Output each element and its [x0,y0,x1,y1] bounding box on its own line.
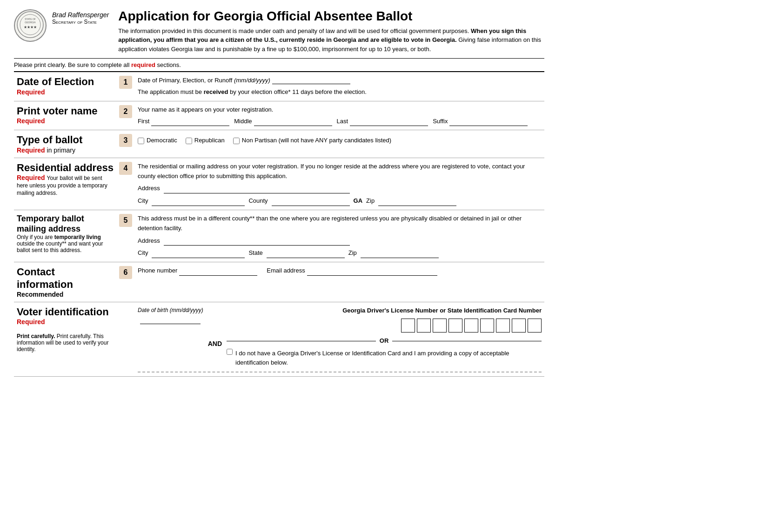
nonpartisan-option[interactable]: Non Partisan (will not have ANY party ca… [233,136,391,146]
nonpartisan-checkbox[interactable] [233,138,240,144]
no-license-text: I do not have a Georgia Driver's License… [235,349,542,368]
voter-id-fields: Date of birth (mm/dd/yyyy) AND Georgia D… [138,306,542,368]
last-name-input[interactable] [350,119,428,126]
section-6-badge: 6 [119,266,132,279]
zip-label-5: Zip [348,248,357,258]
section-1-title: Date of Election [17,76,114,88]
license-title: Georgia Driver's License Number or State… [227,306,542,316]
section-3-title: Type of ballot [17,134,114,146]
license-box-3[interactable] [433,319,447,332]
election-date-input[interactable] [272,77,350,84]
section-4-title: Residential address [17,162,114,174]
section-7-note: Print carefully. Print carefully. This i… [17,333,114,352]
section-4-required: Required [17,174,45,181]
dob-input[interactable] [140,317,201,324]
received-prefix: The application must be [138,88,202,95]
temp-zip-input[interactable] [361,251,439,258]
license-box-1[interactable] [401,319,415,332]
section-5-note: Only if you are temporarily living outsi… [17,234,114,253]
section-1-required: Required [17,88,114,96]
license-box-8[interactable] [512,319,526,332]
section-2-badge: 2 [119,105,132,118]
section-5-note4: sent to this address. [32,247,81,253]
dashed-bottom-border [138,372,542,372]
or-line-left [227,341,376,341]
or-line-right [392,341,542,341]
svg-text:GEORGIA: GEORGIA [25,21,36,24]
first-name-input[interactable] [151,119,229,126]
license-box-7[interactable] [496,319,510,332]
temp-address-input[interactable] [164,238,350,246]
email-input[interactable] [307,268,437,276]
section-4-required-block: Required Your ballot will be sent here u… [17,174,114,196]
section-7-content: Date of birth (mm/dd/yyyy) AND Georgia D… [135,302,544,377]
first-label: First [138,117,149,126]
section-3-label: Type of ballot Required in primary [14,130,116,158]
page-header: STATE OF GEORGIA ★★★★ Brad Raffensperger… [14,9,544,53]
section-3-required: Required [17,146,45,154]
temp-state-input[interactable] [267,251,345,258]
secretary-title: Secretary of State [52,19,109,25]
svg-text:★★★★: ★★★★ [24,25,37,29]
residential-address-input[interactable] [164,186,350,193]
section-1-badge: 1 [119,76,132,89]
contact-fields: Phone number Email address [138,266,542,276]
section-1-row: Date of Election Required 1 Date of Prim… [14,72,544,101]
license-box-9[interactable] [528,319,542,332]
secretary-name: Brad Raffensperger [52,11,109,19]
republican-option[interactable]: Republican [186,136,225,146]
section-7-title: Voter identification [17,306,114,318]
form-table: Date of Election Required 1 Date of Prim… [14,71,544,377]
democratic-option[interactable]: Democratic [138,136,177,146]
email-group: Email address [267,266,437,276]
section-4-description: The residential or mailing address on yo… [138,162,542,181]
section-3-number-cell: 3 [116,130,135,158]
section-3-required-line: Required in primary [17,146,114,154]
svg-text:STATE OF: STATE OF [25,18,36,20]
temp-city-input[interactable] [152,251,245,258]
suffix-input[interactable] [449,119,528,126]
secretary-info: Brad Raffensperger Secretary of State [52,11,109,25]
section-2-required: Required [17,117,114,125]
description-part1: The information provided in this documen… [118,27,469,34]
section-2-name-fields: First Middle Last Suffix [138,117,542,126]
dob-label-text: Date of birth (mm/dd/yyyy) [138,307,203,313]
ballot-type-checkboxes: Democratic Republican Non Partisan (will… [138,136,542,146]
email-label: Email address [267,266,305,276]
last-name-group: Last [337,117,428,126]
instructions-suffix: sections. [157,61,181,68]
republican-checkbox[interactable] [186,138,192,144]
residential-county-input[interactable] [272,199,350,206]
city-label-5: City [138,248,148,258]
suffix-label: Suffix [433,117,448,126]
nonpartisan-label: Non Partisan (will not have ANY party ca… [242,136,391,146]
section-2-line1: Your name as it appears on your voter re… [138,105,542,115]
residential-zip-input[interactable] [378,199,456,206]
license-section: Georgia Driver's License Number or State… [227,306,542,368]
section-5-number-cell: 5 [116,210,135,262]
no-license-row: I do not have a Georgia Driver's License… [227,349,542,368]
and-label: AND [208,339,222,349]
instructions: Please print clearly. Be sure to complet… [14,58,544,68]
or-text: OR [380,336,389,346]
residential-city-input[interactable] [152,199,245,206]
section-4-label: Residential address Required Your ballot… [14,158,116,210]
dob-section: Date of birth (mm/dd/yyyy) [138,306,203,324]
header-description: The information provided in this documen… [118,27,544,54]
section-2-content: Your name as it appears on your voter re… [135,101,544,130]
democratic-checkbox[interactable] [138,138,144,144]
license-box-6[interactable] [480,319,494,332]
license-box-4[interactable] [448,319,462,332]
phone-input[interactable] [179,268,257,276]
license-box-2[interactable] [417,319,431,332]
state-seal: STATE OF GEORGIA ★★★★ [14,9,47,42]
middle-name-input[interactable] [254,119,332,126]
no-license-checkbox[interactable] [227,349,233,355]
section-5-city-row: City State Zip [138,248,542,258]
section-6-row: Contact information Recommended 6 Phone … [14,262,544,302]
license-box-5[interactable] [464,319,478,332]
section-5-label: Temporary ballot mailing address Only if… [14,210,116,262]
phone-label: Phone number [138,266,177,276]
suffix-group: Suffix [433,117,528,126]
section-3-suffix: in primary [47,146,75,154]
